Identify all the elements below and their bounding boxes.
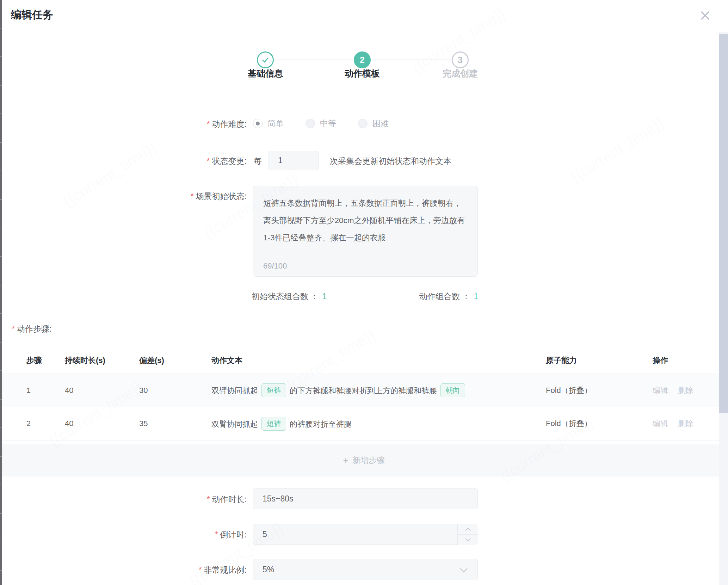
action-text-part: 的裤腰对折至裤腿 (290, 420, 352, 429)
table-row-2: 2 40 35 双臂协同抓起短裤的裤腰对折至裤腿 Fold（折叠） 编辑删除 (0, 407, 728, 441)
stepper-connector (276, 60, 354, 60)
state-change-suffix: 次采集会更新初始状态和动作文本 (330, 156, 451, 167)
difficulty-label-text: 动作难度: (212, 119, 247, 129)
watermark-text: {{current_time}} (567, 114, 667, 185)
countdown-label-text: 倒计时: (220, 530, 247, 539)
initial-combo-label: 初始状态组合数 ： (252, 292, 319, 301)
state-change-label-text: 状态变更: (212, 156, 247, 166)
dialog-header: 编辑任务 (2, 0, 728, 32)
difficulty-label: *动作难度: (0, 119, 247, 130)
scene-initial-state-label: *场景初始状态: (0, 191, 247, 202)
step-1-circle-done[interactable] (257, 51, 274, 68)
action-combo-count: 动作组合数 ：1 (419, 291, 478, 302)
required-asterisk: * (207, 156, 210, 166)
action-steps-label-text: 动作步骤: (17, 324, 51, 333)
required-asterisk: * (12, 324, 15, 333)
row1-action-text: 双臂协同抓起短裤的下方裤腿和裤腰对折到上方的裤腿和裤腰朝向 (211, 383, 546, 397)
unusual-ratio-select[interactable] (253, 559, 478, 580)
step-3-circle-pending[interactable]: 3 (452, 51, 469, 68)
countdown-input-box (253, 524, 478, 545)
row1-duration: 40 (65, 386, 139, 395)
state-change-label: *状态变更: (0, 156, 247, 167)
row2-operations: 编辑删除 (653, 418, 728, 429)
difficulty-radio-easy[interactable]: 简单 (253, 118, 284, 129)
close-icon[interactable] (698, 9, 712, 22)
orientation-tag: 朝向 (440, 383, 465, 397)
step-1-label: 基础信息 (220, 68, 311, 79)
action-duration-label: *动作时长: (0, 494, 247, 505)
step-3-number: 3 (458, 55, 463, 65)
decrement-button[interactable] (457, 534, 478, 545)
action-text-part: 双臂协同抓起 (211, 386, 258, 395)
row2-capability: Fold（折叠） (546, 418, 653, 429)
close-x-glyph (699, 10, 711, 21)
add-step-label: 新增步骤 (353, 455, 385, 466)
action-text-part: 双臂协同抓起 (211, 420, 258, 429)
delete-button[interactable]: 删除 (678, 386, 693, 395)
edit-button[interactable]: 编辑 (653, 386, 668, 395)
countdown-stepper (457, 524, 478, 545)
action-combo-value: 1 (474, 292, 478, 301)
scrollbar-thumb[interactable] (719, 34, 728, 413)
countdown-label: *倒计时: (0, 529, 247, 540)
radio-selected-icon (253, 119, 263, 128)
add-step-button[interactable]: + 新增步骤 (0, 444, 728, 476)
dialog-title: 编辑任务 (11, 8, 53, 22)
action-steps-label: *动作步骤: (12, 324, 51, 334)
initial-combo-value: 1 (322, 292, 327, 301)
object-tag: 短裤 (261, 417, 286, 431)
row2-deviation: 35 (139, 419, 211, 428)
difficulty-radio-medium[interactable]: 中等 (306, 118, 336, 129)
scene-initial-state-label-text: 场景初始状态: (196, 192, 247, 201)
edit-button[interactable]: 编辑 (653, 419, 668, 428)
header-deviation: 偏差(s) (139, 355, 211, 366)
initial-combo-count: 初始状态组合数 ：1 (252, 291, 327, 302)
object-tag: 短裤 (261, 383, 286, 397)
action-duration-input-box (253, 488, 478, 509)
row2-duration: 40 (65, 419, 139, 428)
action-duration-label-text: 动作时长: (212, 495, 247, 504)
row1-step: 1 (26, 386, 65, 395)
required-asterisk: * (215, 530, 218, 539)
char-counter: 69/100 (263, 261, 287, 271)
row1-deviation: 30 (139, 386, 211, 395)
radio-hard-label: 困难 (372, 118, 389, 129)
required-asterisk: * (207, 495, 210, 504)
radio-unselected-icon (306, 119, 315, 128)
action-text-part: 的下方裤腿和裤腰对折到上方的裤腿和裤腰 (290, 386, 437, 395)
scene-initial-state-textarea[interactable]: 短裤五条数据背面朝上，五条数据正面朝上，裤腰朝右，离头部视野下方至少20cm之外… (253, 186, 478, 277)
page-edge-strip (0, 0, 2, 585)
unusual-ratio-label: *非常规比例: (0, 565, 247, 575)
row1-capability: Fold（折叠） (546, 385, 653, 396)
unusual-ratio-label-text: 非常规比例: (204, 565, 247, 574)
plus-icon: + (343, 455, 348, 466)
header-action-text: 动作文本 (211, 355, 546, 366)
check-icon (261, 56, 270, 64)
select-chevron-down-icon[interactable] (457, 564, 470, 577)
step-2-label: 动作模板 (316, 68, 408, 79)
chevron-down-icon (459, 567, 468, 573)
delete-button[interactable]: 删除 (678, 419, 693, 428)
increment-button[interactable] (457, 524, 478, 534)
chevron-up-icon (465, 527, 471, 531)
required-asterisk: * (207, 119, 210, 129)
radio-easy-label: 简单 (267, 118, 284, 129)
header-step: 步骤 (26, 355, 65, 366)
step-2-number: 2 (360, 55, 365, 65)
row2-step: 2 (26, 419, 65, 428)
header-duration: 持续时长(s) (65, 355, 139, 366)
step-3-label: 完成创建 (414, 68, 506, 79)
radio-unselected-icon (358, 119, 368, 128)
action-duration-input[interactable] (253, 489, 477, 509)
step-2-circle-active[interactable]: 2 (354, 51, 371, 68)
difficulty-radio-hard[interactable]: 困难 (358, 118, 389, 129)
header-capability: 原子能力 (546, 355, 653, 366)
row1-operations: 编辑删除 (653, 385, 728, 396)
countdown-input[interactable] (253, 524, 477, 544)
state-change-input[interactable] (269, 151, 318, 170)
action-combo-label: 动作组合数 ： (419, 292, 470, 301)
row2-action-text: 双臂协同抓起短裤的裤腰对折至裤腿 (211, 417, 546, 431)
scene-initial-state-value: 短裤五条数据背面朝上，五条数据正面朝上，裤腰朝右，离头部视野下方至少20cm之外… (263, 195, 468, 246)
chevron-down-icon (465, 538, 471, 542)
state-change-input-box (269, 151, 319, 170)
